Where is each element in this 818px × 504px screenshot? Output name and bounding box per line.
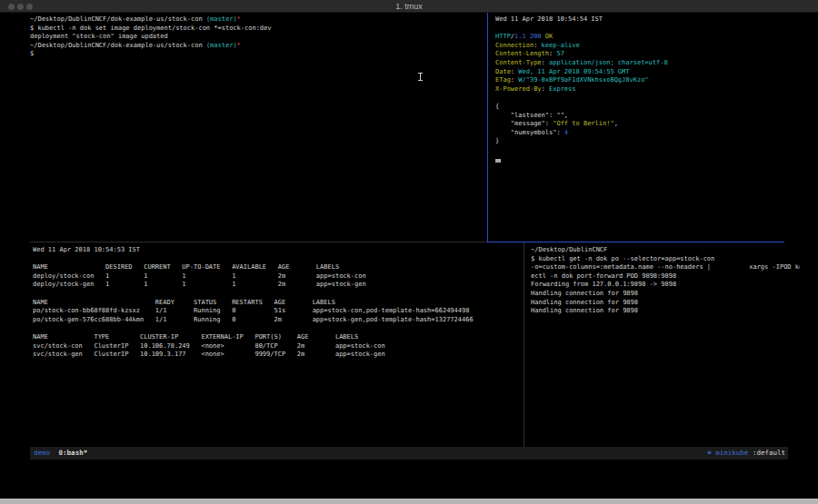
text-segment: keep-alive [542,42,580,49]
text-segment: Wed, 11 Apr 2018 09:54:55 GMT [518,68,629,75]
terminal-line: Connection: keep-alive [495,42,795,51]
text-segment: "Off to Berlin!" [553,120,614,127]
terminal-line: deploy/stock-con 1 1 1 1 2m app=stock-co… [33,272,522,282]
terminal-line: NAME TYPE CLUSTER-IP EXTERNAL-IP PORT(S)… [33,333,522,342]
pane-bottom-left-kubectl-get[interactable]: Wed 11 Apr 2018 10:54:53 IST NAME DESIRE… [33,246,522,446]
terminal-window: 1. tmux ~/Desktop/DublinCNCF/dok-example… [0,0,818,504]
window-titlebar: 1. tmux [0,0,818,13]
terminal-line [33,324,522,333]
text-segment: ~/Desktop/DublinCNCF/dok-example-us/stoc… [30,15,206,23]
terminal-line [33,255,522,264]
text-segment: ectl -n dok port-forward POD 9898:9898 [531,272,676,280]
terminal-line [495,94,795,103]
terminal-line: "lastseen": "", [495,112,795,121]
text-segment: ~/Desktop/DublinCNCF [531,246,607,253]
text-segment: HTTP [495,33,511,40]
text-segment: Wed 11 Apr 2018 10:54:53 IST [33,246,140,253]
text-segment: "lastseen": "", [495,112,568,119]
pane-bottom-right-port-forward[interactable]: ~/Desktop/DublinCNCF$ kubectl get -n dok… [531,246,800,446]
text-segment: NAME READY STATUS RESTARTS AGE LABELS [33,299,335,306]
text-segment: (master) [206,15,237,23]
terminal-line: "numsymbols": 4 [495,129,795,138]
text-segment: Handling connection for 9898 [531,290,638,297]
text-segment: 1.1 200 [514,33,542,40]
text-segment: deploy/stock-con 1 1 1 1 2m app=stock-co… [33,272,366,280]
terminal-line [33,290,522,299]
text-segment: svc/stock-con ClusterIP 10.106.78.249 <n… [33,342,385,350]
terminal-line [495,25,795,34]
text-segment: 57 [556,50,564,57]
pane-top-left-shell[interactable]: ~/Desktop/DublinCNCF/dok-example-us/stoc… [30,15,484,241]
text-segment: svc/stock-gen ClusterIP 10.109.3.177 <no… [33,351,385,358]
status-right: ☸ minikube :default [707,447,785,460]
text-segment: } [495,137,499,144]
tmux-window-item[interactable]: 0:bash* [59,449,88,457]
text-segment: NAME DESIRED CURRENT UP-TO-DATE AVAILABL… [33,263,339,271]
text-segment: : [542,85,549,93]
terminal-line: ~/Desktop/DublinCNCF [531,246,800,255]
status-left: demo 0:bash* [34,447,87,460]
text-segment: Forwarding from 127.0.0.1:9898 -> 9898 [531,281,676,288]
text-segment: : [542,59,549,66]
terminal-line: Date: Wed, 11 Apr 2018 09:54:55 GMT [495,68,795,77]
text-segment: Handling connection for 9898 [531,299,638,306]
terminal-line: Handling connection for 9898 [531,307,800,316]
terminal-body: ~/Desktop/DublinCNCF/dok-example-us/stoc… [0,13,818,504]
text-segment: po/stock-con-bb68f88fd-kzsxz 1/1 Running… [33,307,469,314]
terminal-line: Content-Type: application/json; charset=… [495,59,795,68]
terminal-line: Forwarding from 127.0.0.1:9898 -> 9898 [531,281,800,290]
text-segment: , [614,120,618,127]
text-segment: application/json; charset=utf-8 [549,59,668,66]
terminal-line: -o=custom-columns=:metadata.name --no-he… [531,263,800,272]
text-segment: ~/Desktop/DublinCNCF/dok-example-us/stoc… [30,42,206,49]
terminal-line: ~/Desktop/DublinCNCF/dok-example-us/stoc… [30,42,484,51]
text-segment: $ [30,50,34,57]
terminal-line: "message": "Off to Berlin!", [495,120,795,129]
terminal-line: svc/stock-gen ClusterIP 10.109.3.177 <no… [33,351,522,360]
kube-namespace: :default [753,449,785,457]
pane-top-right-http-response[interactable]: Wed 11 Apr 2018 10:54:54 IST HTTP/1.1 20… [495,15,795,241]
tmux-status-bar: demo 0:bash* ☸ minikube :default [30,447,788,460]
terminal-line: HTTP/1.1 200 OK [495,33,795,42]
kube-context: minikube [715,449,748,457]
text-segment: W/"39-0xBPf9aF1dXVNkhsxoBQgJ8vKzo" [518,76,648,84]
terminal-line: svc/stock-con ClusterIP 10.106.78.249 <n… [33,342,522,351]
text-segment: po/stock-gen-576cc688bb-44kmn 1/1 Runnin… [33,316,474,323]
terminal-line: Handling connection for 9898 [531,299,800,308]
text-segment: deployment "stock-con" image updated [30,33,168,40]
terminal-line: deploy/stock-gen 1 1 1 1 2m app=stock-ge… [33,281,522,290]
terminal-line: Wed 11 Apr 2018 10:54:54 IST [495,15,795,25]
terminal-cursor [495,159,501,163]
text-segment: ETag [495,76,511,84]
terminal-line: deployment "stock-con" image updated [30,33,484,42]
terminal-line: X-Powered-By: Express [495,85,795,94]
desktop-edge-strip [0,499,818,504]
text-segment: $ kubectl get -n dok po --selector=app=s… [531,255,714,262]
text-segment: NAME TYPE CLUSTER-IP EXTERNAL-IP PORT(S)… [33,333,358,341]
text-segment: X-Powered-By [495,85,542,93]
text-segment: { [495,103,499,110]
kubernetes-helm-icon: ☸ [707,449,712,457]
text-segment: : [534,42,541,49]
text-segment: $ kubectl -n dok set image deployment/st… [30,25,272,32]
text-segment: deploy/stock-gen 1 1 1 1 2m app=stock-ge… [33,281,366,288]
text-segment: Content-Type [495,59,542,66]
pane-divider-horizontal-left[interactable] [30,242,487,242]
text-segment: Connection [495,42,534,49]
pane-divider-vertical-top[interactable] [487,13,488,242]
text-segment: "numsymbols": [495,129,564,136]
pane-divider-horizontal-right[interactable] [487,242,784,242]
terminal-line: NAME READY STATUS RESTARTS AGE LABELS [33,299,522,308]
terminal-line: po/stock-gen-576cc688bb-44kmn 1/1 Runnin… [33,316,522,325]
terminal-line: $ kubectl -n dok set image deployment/st… [30,25,484,34]
pane-divider-vertical-bottom[interactable] [524,242,524,447]
text-segment: * [237,15,241,23]
terminal-line: $ [30,50,484,59]
terminal-line: ectl -n dok port-forward POD 9898:9898 [531,272,800,282]
text-segment: Wed 11 Apr 2018 10:54:54 IST [495,15,603,23]
terminal-line: Wed 11 Apr 2018 10:54:53 IST [33,246,522,255]
terminal-line: { [495,103,795,112]
text-segment: "message": [495,120,553,127]
terminal-line: ETag: W/"39-0xBPf9aF1dXVNkhsxoBQgJ8vKzo" [495,76,795,85]
terminal-line: Handling connection for 9898 [531,290,800,299]
